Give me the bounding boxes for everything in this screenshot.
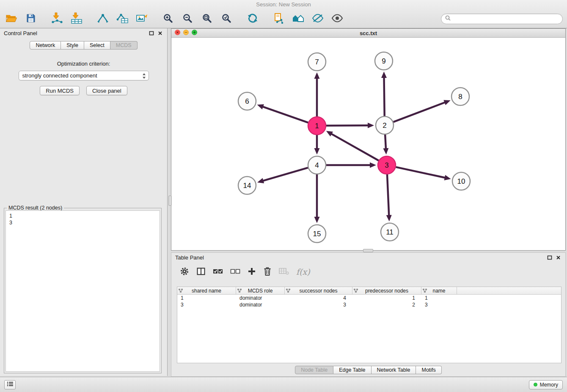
graph-edge-1-7[interactable] [314, 72, 320, 116]
unchecked-boxes-icon [230, 268, 240, 276]
memory-button[interactable]: Memory [529, 380, 563, 389]
close-table-panel-icon[interactable] [555, 254, 561, 261]
gear-icon [180, 267, 189, 277]
table-row[interactable]: 3dominator323 [177, 301, 561, 308]
graph-edge-4-14[interactable] [257, 168, 308, 183]
table-cell[interactable]: dominator [236, 295, 285, 301]
control-tab-mcds[interactable]: MCDS [110, 41, 138, 50]
control-tab-style[interactable]: Style [61, 41, 84, 50]
table-cell[interactable]: 4 [285, 295, 352, 301]
maximize-window-icon[interactable] [192, 30, 197, 36]
graph-node-8[interactable]: 8 [451, 88, 469, 105]
minimize-window-icon[interactable] [183, 30, 189, 36]
column-header-predecessor-nodes[interactable]: predecessor nodes [352, 287, 421, 294]
graph-node-10[interactable]: 10 [452, 172, 470, 190]
graph-node-3[interactable]: 3 [378, 156, 396, 174]
graph-edge-3-1[interactable] [326, 131, 379, 160]
column-header-MCDS-role[interactable]: MCDS role [236, 287, 285, 294]
table-tab-motifs[interactable]: Motifs [416, 366, 441, 374]
table-cell[interactable]: dominator [236, 301, 285, 308]
graph-node-11[interactable]: 11 [381, 223, 399, 241]
zoom-out-button[interactable] [180, 11, 195, 26]
graph-node-7[interactable]: 7 [308, 53, 326, 71]
copy-view-button[interactable] [272, 11, 286, 26]
toolbar-group-refresh [245, 11, 260, 26]
zoom-in-button[interactable] [161, 11, 175, 26]
float-panel-icon[interactable] [148, 30, 155, 36]
import-table-button[interactable] [69, 11, 84, 26]
table-cell[interactable]: 3 [285, 301, 352, 308]
graph-edge-1-2[interactable] [326, 123, 374, 128]
table-cell[interactable]: 1 [177, 295, 236, 301]
import-table-icon [70, 12, 83, 25]
export-image-button[interactable] [135, 11, 149, 26]
status-menu-button[interactable] [4, 380, 16, 389]
deselect-all-button[interactable] [230, 265, 240, 278]
close-panel-button[interactable]: Close panel [86, 86, 127, 95]
zoom-selected-button[interactable] [219, 11, 234, 26]
graph-node-2[interactable]: 2 [376, 116, 394, 134]
split-columns-icon [196, 267, 206, 277]
graph-edge-3-11[interactable] [386, 174, 392, 221]
graph-edge-1-6[interactable] [257, 104, 308, 123]
refresh-icon [247, 13, 258, 25]
graph-node-15[interactable]: 15 [308, 225, 326, 243]
graph-edge-3-10[interactable] [396, 167, 451, 180]
graph-edge-2-3[interactable] [383, 135, 388, 155]
graph-node-14[interactable]: 14 [238, 177, 256, 194]
network-overview-button[interactable] [291, 11, 306, 26]
graph-edge-1-4[interactable] [314, 135, 320, 155]
float-table-panel-icon[interactable] [546, 254, 553, 261]
graph-node-label: 1 [315, 122, 319, 130]
close-window-icon[interactable] [175, 30, 180, 36]
show-columns-button[interactable] [196, 265, 206, 278]
delete-column-button[interactable] [263, 265, 272, 278]
table-tab-network-table[interactable]: Network Table [372, 366, 416, 374]
apply-layout-button[interactable] [245, 11, 260, 26]
table-cell[interactable]: 3 [177, 301, 236, 308]
table-cell[interactable]: 1 [352, 295, 421, 301]
save-session-button[interactable] [24, 11, 38, 26]
import-network-button[interactable] [50, 11, 64, 26]
network-window-titlebar[interactable]: scc.txt [171, 29, 565, 38]
toggle-graphics-button[interactable] [311, 11, 325, 26]
column-header-successor-nodes[interactable]: successor nodes [285, 287, 352, 294]
run-mcds-button[interactable]: Run MCDS [40, 86, 80, 95]
table-cell[interactable]: 3 [421, 301, 457, 308]
network-canvas-svg[interactable]: 7968124314101511 [171, 38, 565, 250]
graph-edge-2-8[interactable] [394, 100, 451, 122]
mcds-result-list[interactable]: 13 [6, 210, 160, 372]
graph-node-6[interactable]: 6 [238, 92, 256, 110]
graph-node-4[interactable]: 4 [308, 156, 326, 174]
control-tab-select[interactable]: Select [84, 41, 110, 50]
table-cell[interactable]: 1 [421, 295, 457, 301]
close-panel-icon[interactable] [157, 30, 163, 36]
new-network-button[interactable] [96, 11, 110, 26]
select-all-button[interactable] [213, 265, 223, 278]
graph-node-9[interactable]: 9 [375, 52, 393, 70]
graph-node-1[interactable]: 1 [308, 117, 326, 135]
graph-node-label: 11 [386, 228, 394, 236]
table-settings-button[interactable] [180, 265, 189, 278]
add-column-button[interactable] [248, 265, 256, 278]
search-field[interactable] [441, 14, 563, 24]
graph-edge-4-15[interactable] [314, 174, 320, 223]
zoom-fit-button[interactable] [200, 11, 214, 26]
table-tab-node-table[interactable]: Node Table [295, 366, 333, 374]
new-network-table-button[interactable] [115, 11, 129, 26]
table-tab-edge-table[interactable]: Edge Table [333, 366, 371, 374]
show-hide-button[interactable] [330, 11, 344, 26]
control-tab-network[interactable]: Network [30, 41, 61, 50]
graph-edge-2-9[interactable] [381, 72, 387, 116]
table-row[interactable]: 1dominator411 [177, 295, 561, 301]
column-header-shared-name[interactable]: shared name [177, 287, 236, 294]
table-cell[interactable]: 2 [352, 301, 421, 308]
splitter-handle-vertical[interactable] [168, 196, 172, 206]
open-session-button[interactable] [4, 11, 19, 26]
memory-label: Memory [540, 382, 558, 388]
criterion-dropdown[interactable]: strongly connected component [19, 71, 149, 80]
column-header-name[interactable]: name [421, 287, 457, 294]
graph-edge-4-3[interactable] [326, 163, 376, 168]
splitter-handle-horizontal[interactable] [363, 249, 373, 252]
search-input[interactable] [453, 15, 559, 22]
